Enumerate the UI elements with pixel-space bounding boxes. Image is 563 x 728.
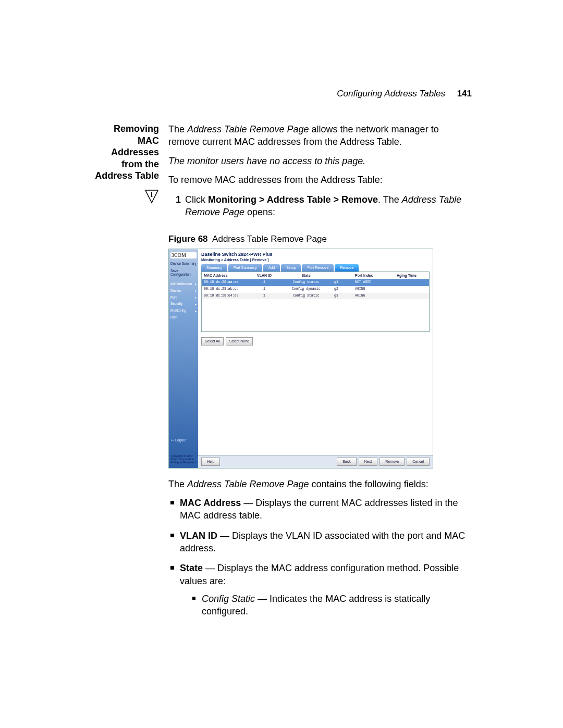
sidebar-item-monitoring[interactable]: Monitoring▸ xyxy=(170,309,197,313)
col-port xyxy=(332,272,353,279)
fig-main: Baseline Switch 2924-PWR Plus Monitoring… xyxy=(198,249,433,468)
col-aging-time: Aging Time xyxy=(395,272,429,279)
logout-button[interactable]: ⇦ Logout xyxy=(171,438,186,442)
figure-screenshot: 3COM Device Summary Save Configuration A… xyxy=(168,249,433,468)
intro-paragraph-1: The Address Table Remove Page allows the… xyxy=(168,123,472,149)
table-row[interactable]: 00:10:dc:28:aa:aa 1 Config static g1 NOT… xyxy=(202,279,429,286)
sub-list: Config Static — Indicates the MAC addres… xyxy=(191,593,472,618)
selection-buttons: Select All Select None xyxy=(198,337,433,345)
tab-remove[interactable]: Remove xyxy=(335,264,359,271)
page: Configuring Address Tables 141 Removing … xyxy=(0,0,563,728)
step-number: 1 xyxy=(168,193,181,219)
copyright-text: Copyright © 2007 3Com Corporation. All R… xyxy=(170,454,197,464)
col-port-index: Port Index xyxy=(353,272,395,279)
svg-text:i: i xyxy=(151,191,153,199)
fig-footer: Help Back Next Remove Cancel xyxy=(198,455,433,467)
table-row[interactable]: 00:10:dc:28:ab:cd 1 Config dynamic g2 AG… xyxy=(202,286,429,293)
list-item: MAC Address — Displays the current MAC a… xyxy=(168,497,472,522)
table-header-row: MAC Address VLAN ID State Port Index Agi… xyxy=(202,272,429,279)
select-none-button[interactable]: Select None xyxy=(226,337,253,345)
content-row: Removing MAC Addresses from the Address … xyxy=(91,123,472,625)
breadcrumb: Monitoring > Address Table [ Remove ] xyxy=(198,257,433,264)
col-state: State xyxy=(280,272,332,279)
sidebar-item-help[interactable]: Help xyxy=(170,315,197,320)
tab-bar: Summary Port Summary Add Setup Port Remo… xyxy=(198,264,433,271)
list-item: Config Static — Indicates the MAC addres… xyxy=(191,593,472,618)
tab-setup[interactable]: Setup xyxy=(281,264,301,271)
body-column: The Address Table Remove Page allows the… xyxy=(168,123,472,625)
figure-caption: Figure 68 Address Table Remove Page xyxy=(168,233,472,245)
section-heading: Removing MAC Addresses from the Address … xyxy=(91,123,159,182)
step-1: 1 Click Monitoring > Address Table > Rem… xyxy=(168,193,472,219)
sidebar-item-device-summary[interactable]: Device Summary xyxy=(170,262,197,266)
table-row[interactable]: 00:10:dc:28:e4:e9 1 Config static g3 AGI… xyxy=(202,293,429,300)
list-item: State — Displays the MAC address configu… xyxy=(168,562,472,618)
intro-paragraph-3: To remove MAC addresses from the Address… xyxy=(168,174,472,186)
col-mac-address: MAC Address xyxy=(202,272,249,279)
tab-port-summary[interactable]: Port Summary xyxy=(228,264,262,271)
chevron-right-icon: ▸ xyxy=(195,295,197,300)
select-all-button[interactable]: Select All xyxy=(201,337,224,345)
sidebar-item-save-configuration[interactable]: Save Configuration xyxy=(170,269,197,277)
col-vlan-id: VLAN ID xyxy=(249,272,280,279)
chevron-right-icon: ▸ xyxy=(195,309,197,313)
address-table: MAC Address VLAN ID State Port Index Agi… xyxy=(201,272,430,332)
side-column: Removing MAC Addresses from the Address … xyxy=(91,123,168,206)
after-figure-text: The Address Table Remove Page contains t… xyxy=(168,478,472,618)
logo-3com: 3COM xyxy=(170,252,197,258)
running-header: Configuring Address Tables 141 xyxy=(337,89,472,99)
intro-note: The monitor users have no access to this… xyxy=(168,155,472,167)
sidebar-item-port[interactable]: Port▸ xyxy=(170,295,197,300)
chevron-right-icon: ▸ xyxy=(195,302,197,306)
running-header-title: Configuring Address Tables xyxy=(337,89,445,98)
fields-intro: The Address Table Remove Page contains t… xyxy=(168,478,472,490)
chevron-right-icon: ▸ xyxy=(195,289,197,293)
tab-add[interactable]: Add xyxy=(263,264,280,271)
step-text: Click Monitoring > Address Table > Remov… xyxy=(185,193,472,219)
device-title: Baseline Switch 2924-PWR Plus xyxy=(198,249,433,257)
fields-list: MAC Address — Displays the current MAC a… xyxy=(168,497,472,618)
cancel-button[interactable]: Cancel xyxy=(407,458,430,465)
remove-button[interactable]: Remove xyxy=(380,458,405,465)
sidebar-item-administration[interactable]: Administration▸ xyxy=(170,282,197,287)
help-button[interactable]: Help xyxy=(201,458,220,465)
list-item: VLAN ID — Displays the VLAN ID associate… xyxy=(168,529,472,555)
tab-port-remove[interactable]: Port Remove xyxy=(302,264,334,271)
next-button[interactable]: Next xyxy=(359,458,377,465)
sidebar-item-security[interactable]: Security▸ xyxy=(170,302,197,306)
tab-summary[interactable]: Summary xyxy=(201,264,227,271)
info-icon: i xyxy=(144,189,159,206)
back-button[interactable]: Back xyxy=(337,458,357,465)
chevron-right-icon: ▸ xyxy=(195,282,197,286)
running-header-page-number: 141 xyxy=(457,89,472,98)
fig-sidebar: 3COM Device Summary Save Configuration A… xyxy=(169,249,198,468)
sidebar-item-device[interactable]: Device▸ xyxy=(170,289,197,293)
